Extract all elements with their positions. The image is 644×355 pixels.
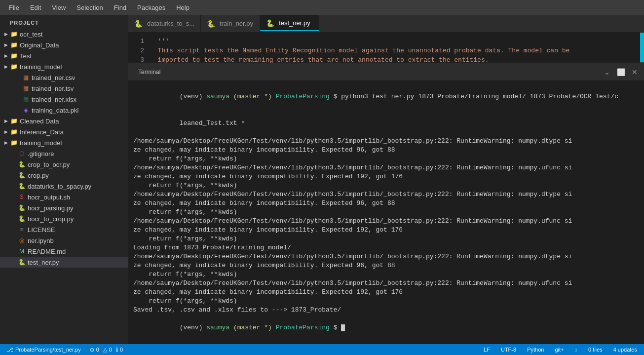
sidebar-item-hocr-to-crop[interactable]: ▶ 🐍 hocr_to_crop.py [0, 213, 128, 224]
code-line-3: imported to test the remaining entries t… [150, 55, 644, 63]
label-license: LICENSE [28, 226, 55, 234]
tab-label-train-ner: train_ner.py [220, 20, 253, 27]
menu-help[interactable]: Help [171, 2, 194, 13]
terminal-line-6: return f(*args, **kwds) [133, 181, 639, 190]
sidebar-title: Project [0, 15, 128, 29]
folder-icon-ocr-test: 📁 [10, 30, 18, 38]
status-language[interactable]: Python [525, 344, 546, 355]
tab-test-ner[interactable]: 🐍 test_ner.py [260, 15, 319, 32]
sidebar-item-trained-ner-tsv[interactable]: ▶ ▦ trained_ner.tsv [0, 83, 128, 94]
tab-dataturks[interactable]: 🐍 dataturks_to_s... [128, 15, 201, 32]
py-icon-crop-ocr: 🐍 [18, 160, 26, 168]
folder-icon-training-model1: 📁 [10, 63, 18, 71]
terminal-maximize-btn[interactable]: ⬜ [615, 67, 626, 78]
status-git-branch[interactable]: ⎇ ProbateParsing/test_ner.py [5, 344, 83, 355]
folder-label-test: Test [20, 52, 32, 60]
tab-label-dataturks: dataturks_to_s... [147, 20, 194, 27]
terminal-line-prompt-end: (venv) saumya (master *) ProbateParsing … [133, 315, 639, 341]
editor-area: 🐍 dataturks_to_s... 🐍 train_ner.py 🐍 tes… [128, 15, 644, 344]
status-errors[interactable]: ⊙ 0 △ 0 ℹ 0 [88, 344, 125, 355]
terminal-line-4: /home/saumya/Desktop/FreeUKGen/Test/venv… [133, 163, 639, 172]
folder-icon-original-data: 📁 [10, 41, 18, 49]
git-icon: ⬡ [18, 150, 26, 158]
sidebar-item-cleaned-data[interactable]: ▶ 📁 Cleaned Data [0, 116, 128, 126]
terminal-tab-terminal[interactable]: Terminal [132, 63, 166, 80]
tab-train-ner[interactable]: 🐍 train_ner.py [201, 15, 260, 32]
sidebar-item-original-data[interactable]: ▶ 📁 Original_Data [0, 39, 128, 50]
sidebar-item-training-model2[interactable]: ▶ 📁 training_model [0, 137, 128, 148]
folder-arrow-inference-data: ▶ [2, 128, 10, 136]
updates-text: 4 updates [613, 347, 637, 353]
label-trained-ner-csv: trained_ner.csv [32, 74, 75, 81]
terminal-cursor [341, 324, 345, 331]
sidebar-item-ner-ipynb[interactable]: ▶ ◎ ner.ipynb [0, 235, 128, 246]
sidebar-item-readme[interactable]: ▶ M README.md [0, 246, 128, 257]
status-encoding[interactable]: UTF-8 [499, 344, 518, 355]
sidebar-item-test-ner[interactable]: ▶ 🐍 test_ner.py [0, 257, 128, 268]
terminal-line-9: return f(*args, **kwds) [133, 208, 639, 217]
sidebar-item-gitignore[interactable]: ▶ ⬡ .gitignore [0, 148, 128, 159]
label-trained-ner-xlsx: trained_ner.xlsx [32, 96, 76, 103]
py-icon-test-ner: 🐍 [18, 258, 26, 266]
eol-text: LF [484, 347, 490, 353]
terminal-close-btn[interactable]: ✕ [629, 67, 640, 78]
warning-count: 0 [109, 347, 112, 353]
status-right: LF UTF-8 Python git+ ↕ 0 files 4 updates [482, 344, 639, 355]
sidebar-item-crop[interactable]: ▶ 🐍 crop.py [0, 170, 128, 181]
label-ner-ipynb: ner.ipynb [28, 237, 54, 244]
sidebar-item-hocr-output-sh[interactable]: ▶ $ hocr_output.sh [0, 192, 128, 202]
folder-label-original-data: Original_Data [20, 41, 59, 49]
label-trained-ner-tsv: trained_ner.tsv [32, 85, 74, 92]
sidebar-item-training-model1[interactable]: ▶ 📁 training_model [0, 61, 128, 72]
editor-scrollbar-thumb [640, 33, 644, 62]
sidebar-item-test[interactable]: ▶ 📁 Test [0, 50, 128, 61]
sidebar-item-ocr-test[interactable]: ▶ 📁 ocr_test [0, 29, 128, 39]
terminal-line-3: return f(*args, **kwds) [133, 155, 639, 163]
terminal-line-8: ze changed, may indicate binary incompat… [133, 199, 639, 208]
terminal-line-2: ze changed, may indicate binary incompat… [133, 146, 639, 155]
menu-view[interactable]: View [47, 2, 71, 13]
folder-label-cleaned-data: Cleaned Data [20, 118, 59, 125]
status-eol[interactable]: LF [482, 344, 492, 355]
py-icon-hocr-parsing: 🐍 [18, 204, 26, 212]
menu-packages[interactable]: Packages [132, 2, 170, 13]
menu-selection[interactable]: Selection [72, 2, 108, 13]
warning-icon: △ [103, 347, 107, 353]
status-sync[interactable]: ↕ [572, 344, 579, 355]
error-count: 0 [96, 347, 99, 353]
folder-label-training-model1: training_model [20, 63, 62, 71]
sidebar-item-license[interactable]: ▶ ≡ LICENSE [0, 224, 128, 235]
info-icon: ℹ [116, 347, 118, 353]
folder-arrow-test: ▶ [2, 52, 10, 60]
sidebar-item-trained-ner-xlsx[interactable]: ▶ ▦ trained_ner.xlsx [0, 94, 128, 105]
label-hocr-to-crop: hocr_to_crop.py [28, 215, 74, 223]
folder-label-training-model2: training_model [20, 139, 62, 147]
status-files[interactable]: 0 files [586, 344, 605, 355]
terminal-body[interactable]: (venv) saumya (master *) ProbateParsing … [128, 80, 644, 344]
git-branch-text: ProbateParsing/test_ner.py [15, 347, 81, 353]
py-icon-hocr-crop: 🐍 [18, 215, 26, 223]
menu-file[interactable]: File [4, 2, 24, 13]
sidebar-item-training-data-pkl[interactable]: ▶ ◈ training_data.pkl [0, 105, 128, 116]
terminal-line-10: /home/saumya/Desktop/FreeUKGen/Test/venv… [133, 217, 639, 226]
sidebar-item-inference-data[interactable]: ▶ 📁 Inference_Data [0, 126, 128, 137]
sidebar-item-trained-ner-csv[interactable]: ▶ ▦ trained_ner.csv [0, 72, 128, 83]
terminal-line-15: ze changed, may indicate binary incompat… [133, 261, 639, 270]
git-branch-icon: ⎇ [7, 347, 13, 353]
terminal-minimize-btn[interactable]: ⌄ [602, 67, 612, 78]
editor-scrollbar[interactable] [640, 33, 644, 63]
menu-find[interactable]: Find [109, 2, 131, 13]
label-gitignore: .gitignore [28, 150, 54, 158]
menu-edit[interactable]: Edit [25, 2, 46, 13]
terminal-panel: Terminal ⌄ ⬜ ✕ (venv) saumya (master *) … [128, 63, 644, 344]
sidebar-item-dataturks-to-spacy[interactable]: ▶ 🐍 dataturks_to_spacy.py [0, 181, 128, 192]
status-left: ⎇ ProbateParsing/test_ner.py ⊙ 0 △ 0 ℹ 0 [5, 344, 125, 355]
code-lines[interactable]: ''' This script tests the Named Entity R… [148, 33, 644, 63]
folder-label-inference-data: Inference_Data [20, 128, 64, 136]
sidebar-item-crop-to-ocr[interactable]: ▶ 🐍 crop_to_ocr.py [0, 159, 128, 170]
sidebar: Project ▶ 📁 ocr_test ▶ 📁 Original_Data ▶… [0, 15, 128, 344]
sidebar-item-hocr-parsing[interactable]: ▶ 🐍 hocr_parsing.py [0, 202, 128, 213]
status-updates[interactable]: 4 updates [611, 344, 639, 355]
status-git-indicator[interactable]: git+ [553, 344, 566, 355]
code-line-1: ''' [150, 37, 644, 46]
